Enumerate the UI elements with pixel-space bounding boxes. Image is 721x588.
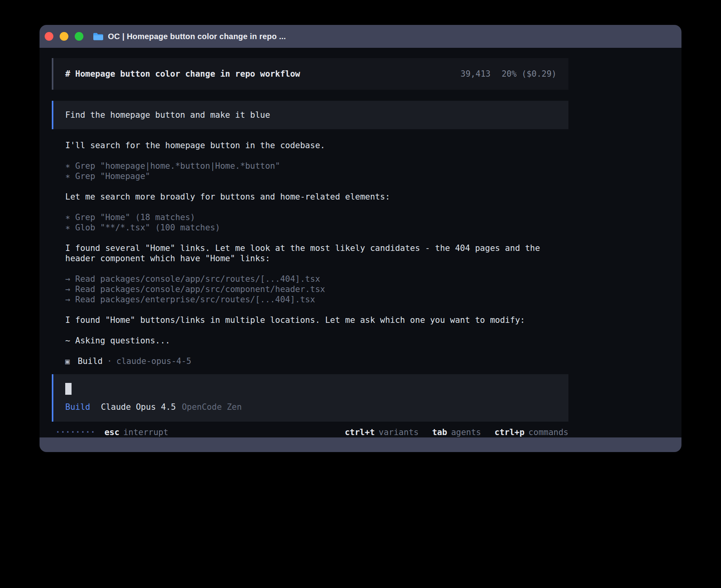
blank-line (65, 264, 568, 274)
session-header: # Homepage button color change in repo w… (52, 58, 568, 90)
minimize-button[interactable] (60, 32, 68, 41)
agent-model: claude-opus-4-5 (116, 356, 191, 366)
status-bar: ········ esc interrupt ctrl+t variants t… (52, 427, 568, 437)
titlebar: OC | Homepage button color change in rep… (40, 25, 681, 48)
model-name: Claude Opus 4.5 (101, 402, 176, 412)
session-title: # Homepage button color change in repo w… (65, 69, 300, 79)
zoom-button[interactable] (75, 32, 83, 41)
shortcut-label: commands (528, 428, 568, 437)
spinner: ········ (55, 428, 95, 437)
assistant-status: ~ Asking questions... (65, 335, 568, 346)
tool-call-glob: ∗ Glob "**/*.tsx" (100 matches) (65, 222, 568, 233)
tool-call-grep: ∗ Grep "Home" (18 matches) (65, 212, 568, 222)
tool-call-read: → Read packages/enterprise/src/routes/[.… (65, 294, 568, 305)
agent-separator: · (107, 356, 112, 366)
shortcut-agents: tab agents (432, 428, 481, 437)
session-meta: 39,413 20% ($0.29) (461, 69, 557, 79)
shortcut-variants: ctrl+t variants (345, 428, 419, 437)
mode-label: Build (65, 402, 90, 412)
blank-line (65, 151, 568, 161)
shortcut-key: ctrl+p (495, 428, 525, 437)
agent-icon: ▣ (65, 356, 70, 366)
window-controls (45, 32, 83, 41)
agent-badge: ▣ Build · claude-opus-4-5 (65, 356, 568, 366)
blank-line (65, 325, 568, 335)
blank-line (65, 181, 568, 192)
tool-call-read: → Read packages/console/app/src/routes/[… (65, 274, 568, 284)
prompt-input[interactable]: Build Claude Opus 4.5 OpenCode Zen (52, 374, 568, 422)
window-title: OC | Homepage button color change in rep… (108, 32, 286, 41)
provider-name: OpenCode Zen (182, 402, 242, 412)
input-model-line: Build Claude Opus 4.5 OpenCode Zen (65, 402, 557, 412)
tool-call-read: → Read packages/console/app/src/componen… (65, 284, 568, 294)
status-right: ctrl+t variants tab agents ctrl+p comman… (345, 428, 568, 437)
blank-line (65, 346, 568, 356)
blank-line (65, 305, 568, 315)
assistant-text: I found several "Home" links. Let me loo… (65, 243, 555, 264)
title-group: OC | Homepage button color change in rep… (93, 32, 286, 41)
terminal-window: OC | Homepage button color change in rep… (40, 25, 681, 452)
user-message-text: Find the homepage button and make it blu… (65, 110, 270, 120)
terminal-view: # Homepage button color change in repo w… (40, 48, 681, 437)
shortcut-key: esc (104, 428, 119, 437)
shortcut-label: agents (451, 428, 481, 437)
user-message: Find the homepage button and make it blu… (52, 101, 568, 129)
token-count: 39,413 (461, 69, 491, 79)
close-button[interactable] (45, 32, 53, 41)
shortcut-interrupt: esc interrupt (104, 428, 168, 437)
assistant-text: Let me search more broadly for buttons a… (65, 192, 568, 202)
folder-icon (93, 32, 104, 41)
text-cursor (65, 383, 72, 395)
assistant-text: I'll search for the homepage button in t… (65, 140, 568, 151)
shortcut-commands: ctrl+p commands (495, 428, 568, 437)
shortcut-key: tab (432, 428, 447, 437)
shortcut-label: variants (379, 428, 419, 437)
context-cost: 20% ($0.29) (502, 69, 557, 79)
status-left: ········ esc interrupt (55, 428, 168, 437)
shortcut-key: ctrl+t (345, 428, 375, 437)
assistant-text: I found "Home" buttons/links in multiple… (65, 315, 568, 325)
tool-call-grep: ∗ Grep "homepage|home.*button|Home.*butt… (65, 161, 568, 171)
blank-line (65, 202, 568, 212)
agent-name: Build (77, 356, 102, 366)
assistant-transcript: I'll search for the homepage button in t… (52, 129, 568, 366)
shortcut-label: interrupt (123, 428, 168, 437)
blank-line (65, 233, 568, 243)
tool-call-grep: ∗ Grep "Homepage" (65, 171, 568, 181)
